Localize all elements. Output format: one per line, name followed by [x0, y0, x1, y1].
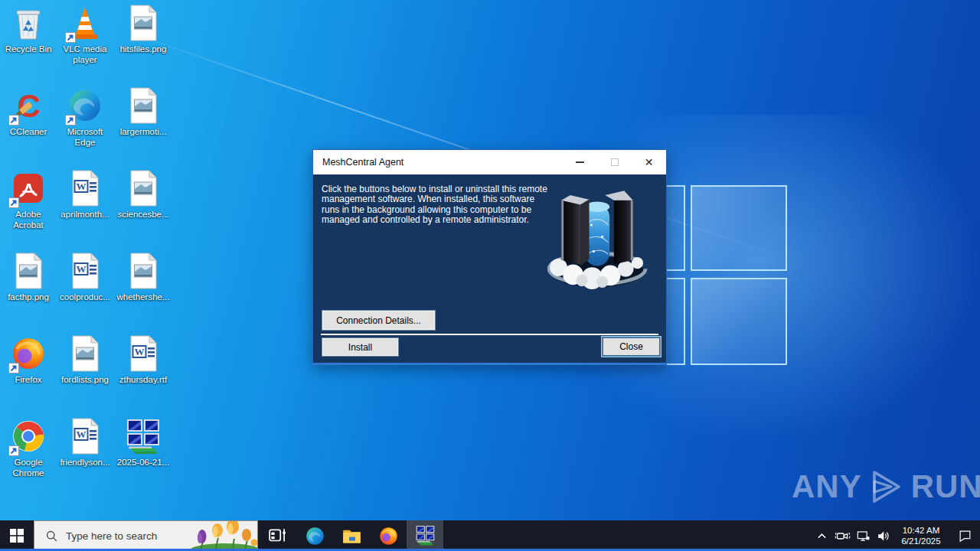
meet-now-camera-icon	[835, 528, 851, 544]
desktop-icon-edge[interactable]: Microsoft Edge	[57, 87, 113, 168]
desktop-icon-facthp[interactable]: facthp.png	[0, 253, 57, 334]
desktop-icon-recycle-bin[interactable]: Recycle Bin	[0, 5, 57, 86]
search-icon	[45, 530, 58, 543]
dialog-description: Click the buttons below to install or un…	[322, 184, 553, 226]
desktop-icon-firefox[interactable]: Firefox	[0, 335, 57, 416]
word-file-icon	[67, 170, 103, 207]
desktop-screen: Recycle Bin VLC media player hitsfiles.p…	[0, 0, 980, 551]
desktop-icon-label: hitsfiles.png	[115, 44, 172, 55]
desktop-icon-acrobat[interactable]: Adobe Acrobat	[0, 170, 57, 251]
connection-details-button[interactable]: Connection Details...	[322, 311, 435, 330]
desktop-icon-ccleaner[interactable]: CCleaner	[0, 87, 57, 168]
image-file-icon	[67, 335, 103, 372]
volume-icon	[876, 529, 890, 543]
desktop-icon-coolproduc[interactable]: coolproduc...	[57, 253, 113, 334]
mesh-agent-icon	[125, 418, 162, 455]
shortcut-arrow-icon	[8, 361, 21, 373]
search-highlights-flowers	[190, 520, 257, 550]
desktop-icon-label: Microsoft Edge	[57, 127, 113, 148]
desktop-icon-label: Recycle Bin	[0, 44, 57, 55]
shortcut-arrow-icon	[8, 196, 21, 208]
taskbar-file-explorer-button[interactable]	[333, 520, 370, 551]
image-file-icon	[125, 87, 162, 124]
desktop-icon-hitsfiles[interactable]: hitsfiles.png	[115, 5, 172, 86]
start-button[interactable]	[0, 520, 34, 551]
start-icon	[10, 529, 24, 543]
tray-network[interactable]	[853, 520, 873, 551]
system-tray: 10:42 AM 6/21/2025	[812, 520, 980, 551]
windows-logo-pane	[691, 185, 787, 271]
desktop-icon-fordlists[interactable]: fordlists.png	[57, 335, 113, 416]
taskbar-meshagent-button-active[interactable]	[407, 520, 443, 551]
dialog-separator	[321, 334, 658, 335]
desktop-icon-label: facthp.png	[0, 292, 57, 303]
taskbar-search[interactable]	[34, 520, 258, 551]
taskbar: 10:42 AM 6/21/2025	[0, 520, 980, 551]
action-center-button[interactable]	[949, 520, 980, 551]
task-view-button[interactable]	[260, 520, 296, 551]
mesh-agent-icon	[415, 525, 436, 546]
desktop-icon-chrome[interactable]: Google Chrome	[0, 418, 57, 499]
maximize-icon	[611, 158, 619, 166]
desktop-icon-friendlyson[interactable]: friendlyson...	[57, 418, 113, 499]
shortcut-arrow-icon	[65, 31, 77, 43]
task-view-icon	[268, 526, 288, 546]
desktop-icon-label: sciencesbe...	[115, 210, 172, 220]
close-button[interactable]: Close	[603, 337, 660, 356]
meshcentral-agent-dialog: MeshCentral Agent ✕ Click the buttons be…	[312, 149, 667, 365]
search-input[interactable]	[66, 530, 196, 542]
desktop-icon-label: Firefox	[0, 375, 57, 386]
desktop-icon-zthursday[interactable]: zthursday.rtf	[115, 335, 172, 416]
meshcentral-logo-art	[535, 185, 659, 298]
image-file-icon	[125, 170, 162, 207]
chevron-up-icon	[816, 530, 828, 542]
action-center-icon	[958, 529, 972, 543]
desktop-icon-whethershe[interactable]: whethershe...	[115, 253, 172, 334]
clock-date: 6/21/2025	[901, 536, 940, 546]
tray-clock[interactable]: 10:42 AM 6/21/2025	[893, 520, 949, 551]
clock-time: 10:42 AM	[901, 525, 940, 536]
desktop-icon-label: whethershe...	[115, 292, 172, 303]
desktop-icon-label: friendlyson...	[57, 458, 113, 468]
watermark-text-run: RUN	[911, 468, 980, 505]
taskbar-firefox-button[interactable]	[370, 520, 407, 551]
dialog-body: Click the buttons below to install or un…	[313, 174, 666, 363]
desktop-icon-label: Google Chrome	[0, 458, 57, 478]
tray-volume[interactable]	[873, 520, 893, 551]
tray-meet-now[interactable]	[831, 520, 853, 551]
firefox-icon	[378, 526, 399, 546]
shortcut-arrow-icon	[65, 113, 77, 126]
tray-show-hidden-icons[interactable]	[812, 520, 831, 551]
windows-logo-pane	[691, 278, 787, 365]
minimize-icon	[576, 161, 584, 163]
install-button[interactable]: Install	[322, 338, 398, 356]
desktop-icon-label: CCleaner	[0, 127, 57, 138]
taskbar-edge-button[interactable]	[296, 520, 333, 551]
desktop-icon-vlc[interactable]: VLC media player	[57, 5, 113, 86]
desktop-icon-label: zthursday.rtf	[115, 375, 172, 386]
minimize-button[interactable]	[563, 150, 597, 174]
file-explorer-icon	[341, 526, 362, 546]
desktop-icon-largermoti[interactable]: largermoti...	[115, 87, 172, 168]
network-icon	[856, 529, 871, 543]
image-file-icon	[125, 5, 162, 41]
edge-icon	[305, 526, 325, 546]
close-icon: ✕	[645, 157, 654, 168]
desktop-icon-label: Adobe Acrobat	[0, 210, 57, 230]
desktop-icon-sciencesbe[interactable]: sciencesbe...	[115, 170, 172, 251]
word-file-icon	[67, 418, 103, 455]
desktop-icon-label: fordlists.png	[57, 375, 113, 386]
desktop-icon-label: 2025-06-21...	[115, 458, 172, 468]
desktop-icon-label: largermoti...	[115, 127, 172, 138]
word-file-icon	[67, 253, 103, 289]
watermark-text-any: ANY	[792, 468, 862, 505]
shortcut-arrow-icon	[8, 444, 21, 456]
close-window-button[interactable]: ✕	[632, 150, 666, 174]
desktop-icon-aprilmonth[interactable]: aprilmonth...	[57, 170, 113, 251]
desktop-icon-meshagent-file[interactable]: 2025-06-21...	[115, 418, 172, 499]
shortcut-arrow-icon	[8, 113, 21, 126]
desktop-icon-label: aprilmonth...	[57, 210, 113, 220]
image-file-icon	[10, 253, 47, 289]
anyrun-watermark: ANY RUN	[792, 467, 980, 507]
dialog-titlebar[interactable]: MeshCentral Agent ✕	[313, 150, 666, 174]
